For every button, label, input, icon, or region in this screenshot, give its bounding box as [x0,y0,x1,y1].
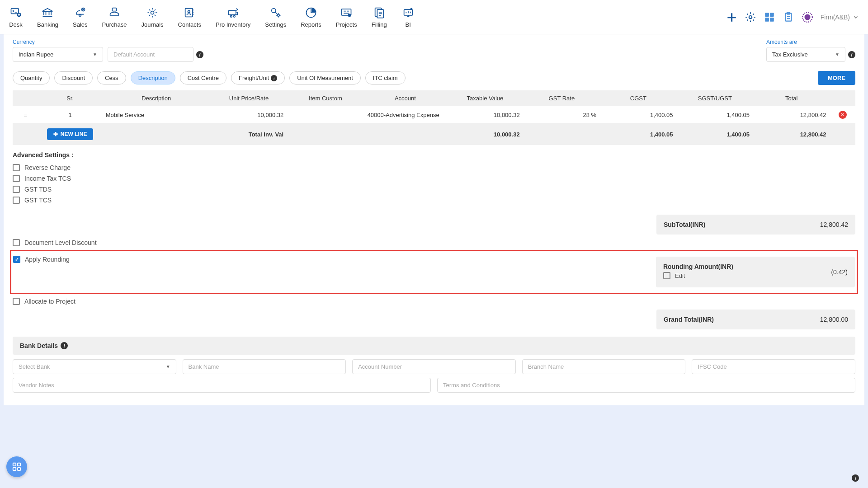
check-reverse-charge[interactable]: Reverse Charge [13,162,855,173]
cell-cgst[interactable]: 1,400.05 [600,106,676,124]
nav-sales[interactable]: Sales [73,6,88,28]
bank-header-label: Bank Details [20,342,58,349]
th-unit: Unit Price/Rate [211,90,287,106]
cell-unit[interactable]: 10,000.32 [211,106,287,124]
nav-filling[interactable]: Filling [372,6,387,28]
filling-icon [373,6,386,19]
nav-desk[interactable]: Desk [9,6,23,28]
top-nav: Desk Banking Sales Purchase Journals Con… [0,0,868,34]
currency-select[interactable]: Indian Rupee ▼ [13,47,103,62]
nav-settings[interactable]: Settings [265,6,286,28]
svg-point-14 [348,14,351,17]
nav-journals[interactable]: Journals [141,6,163,28]
check-edit-rounding[interactable]: Edit [663,270,733,281]
cell-total[interactable]: 12,800.42 [753,106,830,124]
nav-label: Contacts [178,21,201,28]
totals-taxable: 10,000.32 [447,124,523,145]
nav-inventory[interactable]: Pro Inventory [216,6,250,28]
currency-label: Currency [13,39,103,45]
check-allocate-project[interactable]: Allocate to Project [13,296,855,307]
more-button[interactable]: MORE [818,71,855,85]
ifsc-input[interactable]: IFSC Code [692,359,855,374]
line-items-table: Sr. Description Unit Price/Rate Item Cus… [13,90,855,145]
chip-discount[interactable]: Discount [54,71,93,84]
nav-label: Pro Inventory [216,21,250,28]
add-icon[interactable] [726,11,737,23]
cell-taxable[interactable]: 10,000.32 [447,106,523,124]
projects-icon [340,6,353,19]
info-icon[interactable]: i [61,342,68,349]
journals-icon [146,6,159,19]
totals-cgst: 1,400.05 [600,124,676,145]
info-icon[interactable]: i [196,51,203,58]
inventory-icon [226,6,240,19]
account-number-input[interactable]: Account Number [352,359,516,374]
amounts-select[interactable]: Tax Exclusive ▼ [766,47,845,62]
nav-contacts[interactable]: Contacts [178,6,201,28]
notes-row: Vendor Notes Terms and Conditions [13,378,855,393]
svg-point-7 [188,10,190,13]
check-label: Reverse Charge [24,164,71,171]
chip-label: Freight/Unit [239,75,269,81]
chevron-down-icon [853,14,859,20]
chip-uom[interactable]: Unit Of Measurement [289,71,361,84]
svg-rect-21 [770,13,774,17]
gear-icon[interactable] [745,11,756,23]
totals-sgst: 1,400.05 [677,124,753,145]
new-line-button[interactable]: ✚NEW LINE [47,128,94,140]
drag-handle-icon[interactable]: ≡ [24,112,27,118]
select-bank[interactable]: Select Bank▼ [13,359,176,374]
nav-bi[interactable]: BI [401,6,415,28]
branch-name-input[interactable]: Branch Name [522,359,686,374]
chip-quantity[interactable]: Quantity [13,71,50,84]
check-apply-rounding[interactable]: Apply Rounding [13,254,647,265]
chip-description[interactable]: Description [131,71,175,84]
info-icon[interactable]: i [852,474,859,482]
chip-freight[interactable]: Freight/Unit i [231,71,285,84]
settings-icon [269,6,283,19]
nav-label: Reports [301,21,321,28]
chip-cost-centre[interactable]: Cost Centre [180,71,226,84]
svg-rect-23 [770,18,774,22]
cell-account[interactable]: 40000-Advertising Expense [364,106,447,124]
cell-item[interactable] [287,106,363,124]
chip-cess[interactable]: Cess [97,71,126,84]
bank-name-input[interactable]: Bank Name [183,359,346,374]
cell-sgst[interactable]: 1,400.05 [677,106,753,124]
check-label: GST TCS [24,197,52,204]
nav-projects[interactable]: Projects [336,6,357,28]
default-account-input[interactable]: Default Account [108,47,193,62]
chips-row: Quantity Discount Cess Description Cost … [13,66,855,90]
nav-purchase[interactable]: Purchase [102,6,127,28]
check-label: Apply Rounding [25,256,70,263]
new-badge-icon[interactable] [802,11,813,23]
check-income-tcs[interactable]: Income Tax TCS [13,173,855,184]
subtotal-value: 12,800.42 [820,221,848,228]
check-doc-discount[interactable]: Document Level Discount [13,237,855,248]
vendor-notes-input[interactable]: Vendor Notes [13,378,431,393]
checkbox-icon [13,164,20,171]
plus-icon: ✚ [53,131,58,137]
apps-float-button[interactable] [6,456,27,477]
calc-icon[interactable] [764,11,775,23]
nav-reports[interactable]: Reports [301,6,321,28]
check-gst-tds[interactable]: GST TDS [13,184,855,195]
adv-title: Advanced Settings : [13,151,855,159]
check-gst-tcs[interactable]: GST TCS [13,195,855,206]
checkbox-icon [13,239,20,246]
cell-gst[interactable]: 28 % [524,106,600,124]
chip-itc[interactable]: ITC claim [365,71,406,84]
nav-label: Banking [37,21,58,28]
nav-banking[interactable]: Banking [37,6,58,28]
clipboard-icon[interactable] [783,11,794,23]
info-icon[interactable]: i [848,51,855,58]
cell-sr[interactable]: 1 [38,106,102,124]
firm-selector[interactable]: Firm(A&B) [821,14,859,21]
remove-row-button[interactable]: ✕ [839,111,847,119]
grand-total-box: Grand Total(INR) 12,800.00 [656,310,855,329]
th-item: Item Custom [287,90,363,106]
amounts-label: Amounts are [766,39,855,45]
cell-desc[interactable]: Mobile Service [102,106,211,124]
th-sgst: SGST/UGST [677,90,753,106]
terms-input[interactable]: Terms and Conditions [437,378,855,393]
